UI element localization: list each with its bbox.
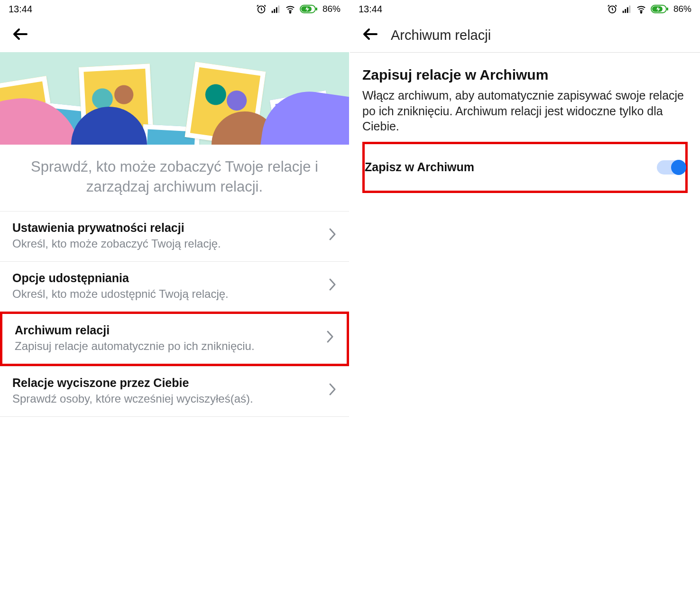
status-bar: 13:44 86% [350, 0, 700, 18]
svg-point-5 [290, 12, 291, 13]
svg-rect-13 [623, 11, 624, 13]
status-icons: 86% [256, 4, 341, 14]
svg-rect-19 [667, 8, 668, 10]
svg-rect-3 [276, 7, 277, 13]
svg-rect-15 [627, 7, 628, 13]
header [0, 18, 349, 52]
signal-icon [621, 4, 632, 14]
svg-rect-16 [629, 6, 630, 13]
alarm-icon [607, 4, 617, 14]
item-subtitle: Określ, kto może udostępnić Twoją relacj… [12, 287, 321, 301]
clock: 13:44 [359, 4, 382, 15]
svg-rect-2 [274, 9, 275, 13]
hero-illustration: 1 [0, 52, 349, 145]
intro-text: Sprawdź, kto może zobaczyć Twoje relacje… [0, 145, 349, 211]
chevron-right-icon [328, 382, 337, 400]
chevron-right-icon [328, 277, 337, 295]
item-title: Relacje wyciszone przez Ciebie [12, 376, 321, 390]
svg-rect-4 [278, 6, 279, 13]
alarm-icon [256, 4, 267, 14]
svg-point-17 [641, 12, 642, 13]
svg-rect-1 [272, 11, 273, 13]
svg-rect-7 [316, 8, 317, 10]
status-bar: 13:44 86% [0, 0, 349, 18]
screen-stories-settings: 13:44 86% 1 Sprawdź, kto może zobaczyć T… [0, 0, 350, 607]
wifi-icon [636, 4, 647, 14]
item-privacy-settings[interactable]: Ustawienia prywatności relacji Określ, k… [0, 211, 349, 261]
back-button[interactable] [12, 26, 28, 45]
battery-icon [300, 4, 319, 14]
section-description: Włącz archiwum, aby automatycznie zapisy… [362, 88, 688, 134]
status-icons: 86% [607, 4, 691, 14]
battery-percent: 86% [673, 4, 691, 14]
svg-rect-14 [625, 9, 626, 13]
back-button[interactable] [362, 26, 378, 45]
chevron-right-icon [326, 329, 334, 348]
page-title: Archiwum relacji [391, 28, 491, 43]
archive-content: Zapisuj relacje w Archiwum Włącz archiwu… [350, 53, 700, 193]
item-title: Archiwum relacji [15, 323, 318, 337]
toggle-row-highlight: Zapisz w Archiwum [362, 142, 688, 193]
header: Archiwum relacji [350, 18, 700, 52]
item-subtitle: Zapisuj relacje automatycznie po ich zni… [15, 339, 318, 353]
item-title: Ustawienia prywatności relacji [12, 221, 321, 235]
settings-list: Ustawienia prywatności relacji Określ, k… [0, 211, 349, 417]
battery-icon [651, 4, 670, 14]
chevron-right-icon [328, 227, 337, 245]
item-sharing-options[interactable]: Opcje udostępniania Określ, kto może udo… [0, 261, 349, 312]
switch-knob [671, 160, 686, 175]
signal-icon [270, 4, 281, 14]
item-subtitle: Sprawdź osoby, które wcześniej wyciszyłe… [12, 392, 321, 406]
section-heading: Zapisuj relacje w Archiwum [362, 67, 688, 83]
toggle-label: Zapisz w Archiwum [365, 160, 474, 174]
item-muted-stories[interactable]: Relacje wyciszone przez Ciebie Sprawdź o… [0, 366, 349, 417]
save-to-archive-switch[interactable] [657, 160, 685, 175]
item-subtitle: Określ, kto może zobaczyć Twoją relację. [12, 237, 321, 251]
clock: 13:44 [9, 4, 32, 15]
wifi-icon [285, 4, 296, 14]
battery-percent: 86% [322, 4, 341, 14]
save-to-archive-row[interactable]: Zapisz w Archiwum [352, 144, 698, 191]
screen-archive-detail: 13:44 86% Archiwum relacji Zapisuj relac… [350, 0, 700, 607]
item-title: Opcje udostępniania [12, 271, 321, 285]
item-story-archive[interactable]: Archiwum relacji Zapisuj relacje automat… [0, 312, 349, 366]
